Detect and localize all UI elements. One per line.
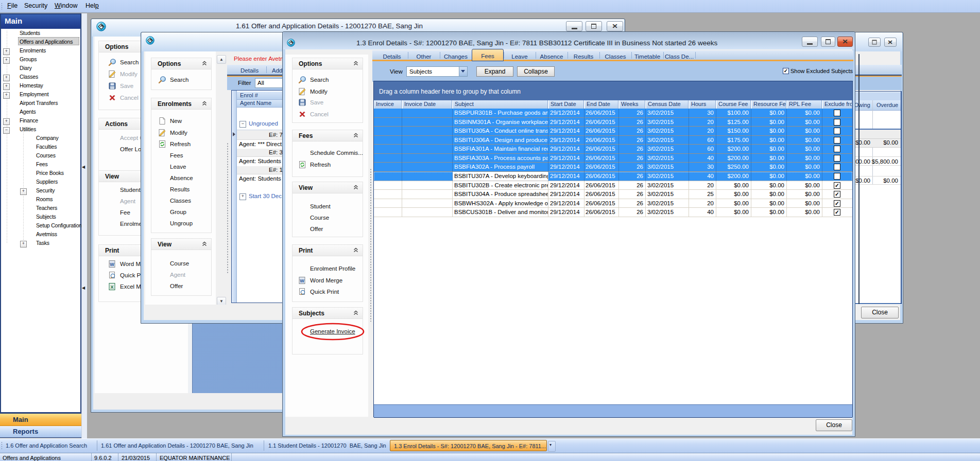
svg-text:W: W	[300, 278, 304, 283]
svg-text:W: W	[110, 262, 114, 267]
svg-text:X: X	[110, 285, 113, 290]
